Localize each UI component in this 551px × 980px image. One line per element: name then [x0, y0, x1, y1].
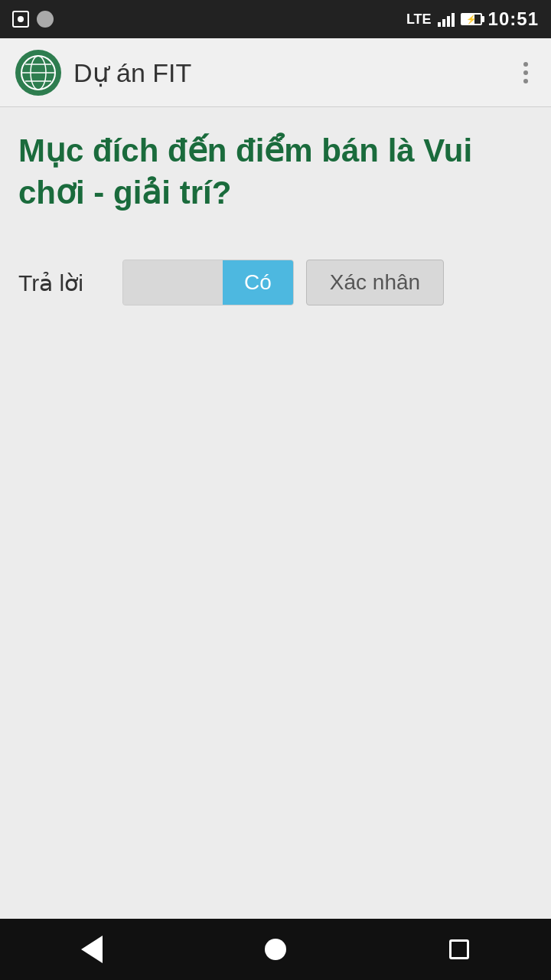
answer-empty-space — [123, 260, 223, 305]
status-bar-right: LTE ⚡ 10:51 — [406, 8, 539, 30]
nav-home-button[interactable] — [253, 926, 298, 972]
nav-recents-button[interactable] — [436, 926, 482, 972]
answer-label: Trả lời — [18, 270, 110, 296]
app-title: Dự án FIT — [73, 57, 191, 88]
nav-back-button[interactable] — [69, 926, 115, 972]
app-bar-left: Dự án FIT — [15, 50, 191, 96]
home-icon — [265, 939, 286, 960]
status-circle-icon — [37, 11, 54, 28]
recents-icon — [449, 939, 469, 959]
lte-label: LTE — [406, 11, 432, 28]
status-bar: LTE ⚡ 10:51 — [0, 0, 551, 38]
app-logo — [15, 50, 61, 96]
overflow-dot-1 — [523, 62, 528, 67]
battery-icon: ⚡ — [461, 13, 482, 25]
bottom-nav — [0, 919, 551, 980]
signal-icon — [438, 11, 455, 27]
back-icon — [81, 936, 103, 963]
overflow-dot-3 — [523, 79, 528, 83]
main-content: Mục đích đến điểm bán là Vui chơi - giải… — [0, 107, 551, 919]
overflow-menu-button[interactable] — [516, 54, 536, 91]
app-bar: Dự án FIT — [0, 38, 551, 107]
status-bar-left — [12, 11, 54, 28]
confirm-button[interactable]: Xác nhân — [306, 260, 444, 305]
answer-selector[interactable]: Có — [122, 260, 294, 305]
time-display: 10:51 — [488, 8, 539, 30]
answer-value-button[interactable]: Có — [223, 260, 293, 305]
question-text: Mục đích đến điểm bán là Vui chơi - giải… — [18, 130, 533, 214]
notification-icon — [12, 11, 29, 28]
answer-row: Trả lời Có Xác nhân — [18, 260, 533, 305]
logo-svg — [19, 54, 57, 92]
overflow-dot-2 — [523, 70, 528, 75]
